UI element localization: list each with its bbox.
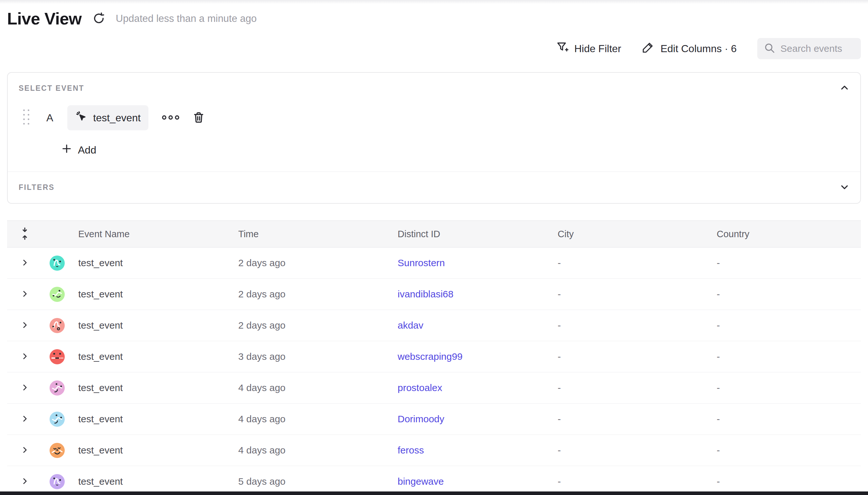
- row-country: -: [710, 382, 861, 393]
- add-event-button[interactable]: Add: [61, 143, 96, 157]
- row-city: -: [551, 476, 710, 487]
- search-input[interactable]: [780, 43, 854, 54]
- expand-row-button[interactable]: [21, 258, 29, 268]
- row-time: 2 days ago: [232, 289, 391, 300]
- chevron-right-icon: [21, 383, 29, 393]
- chevron-up-icon: [839, 82, 850, 94]
- row-time: 4 days ago: [232, 445, 391, 456]
- bottom-edge-bar: [0, 492, 868, 495]
- row-distinct-id-link[interactable]: bingewave: [397, 476, 444, 487]
- hide-filter-button[interactable]: Hide Filter: [556, 41, 622, 56]
- chevron-right-icon: [21, 446, 29, 455]
- drag-handle[interactable]: [23, 109, 31, 126]
- avatar: [50, 380, 65, 395]
- row-country: -: [710, 476, 861, 487]
- trash-icon: [192, 111, 205, 125]
- filters-section[interactable]: FILTERS: [8, 172, 860, 203]
- pencil-icon: [642, 41, 654, 56]
- event-chip-label: test_event: [93, 112, 141, 124]
- row-country: -: [710, 257, 861, 269]
- row-city: -: [551, 289, 710, 300]
- chevron-right-icon: [21, 414, 29, 424]
- refresh-icon: [92, 12, 106, 26]
- row-event-name: test_event: [71, 476, 232, 487]
- query-builder-panel: SELECT EVENT A: [7, 72, 861, 204]
- row-distinct-id-link[interactable]: ivandiblasi68: [397, 289, 453, 299]
- event-clause-letter: A: [46, 112, 53, 124]
- row-city: -: [551, 320, 710, 331]
- delete-event-button[interactable]: [192, 111, 205, 125]
- filters-label: FILTERS: [19, 183, 55, 192]
- row-country: -: [710, 445, 861, 456]
- event-clause-row: A test_event: [19, 105, 850, 130]
- row-event-name: test_event: [71, 257, 232, 269]
- row-distinct-id-link[interactable]: feross: [397, 445, 424, 456]
- expand-row-button[interactable]: [21, 446, 29, 455]
- row-time: 4 days ago: [232, 413, 391, 425]
- row-city: -: [551, 257, 710, 269]
- avatar: [50, 256, 65, 271]
- row-event-name: test_event: [71, 445, 232, 456]
- avatar: [50, 443, 65, 458]
- table-row[interactable]: test_event 5 days ago bingewave - -: [7, 466, 861, 495]
- row-country: -: [710, 413, 861, 425]
- chevron-right-icon: [21, 352, 29, 361]
- chevron-down-icon: [839, 182, 850, 193]
- plus-icon: [61, 143, 72, 157]
- row-city: -: [551, 351, 710, 362]
- page-header: Live View Updated less than a minute ago: [7, 0, 861, 28]
- row-time: 3 days ago: [232, 351, 391, 362]
- expand-row-button[interactable]: [21, 477, 29, 486]
- event-select-chip[interactable]: test_event: [67, 105, 149, 130]
- row-distinct-id-link[interactable]: Dorimoody: [397, 413, 444, 424]
- search-box: [757, 38, 861, 59]
- updated-status: Updated less than a minute ago: [116, 13, 257, 24]
- select-event-section: SELECT EVENT A: [8, 73, 860, 172]
- row-time: 2 days ago: [232, 257, 391, 269]
- avatar: [50, 474, 65, 489]
- expand-row-button[interactable]: [21, 352, 29, 361]
- column-header-distinct-id: Distinct ID: [391, 229, 551, 239]
- table-row[interactable]: test_event 3 days ago webscraping99 - -: [7, 341, 861, 372]
- select-event-label: SELECT EVENT: [19, 84, 84, 93]
- expand-row-button[interactable]: [21, 383, 29, 393]
- ellipsis-icon: [161, 114, 180, 122]
- live-view-page: Live View Updated less than a minute ago…: [0, 0, 868, 495]
- expand-row-button[interactable]: [21, 414, 29, 424]
- row-country: -: [710, 289, 861, 300]
- row-distinct-id-link[interactable]: webscraping99: [397, 351, 463, 362]
- events-table: Event Name Time Distinct ID City Country…: [7, 220, 861, 495]
- table-body: test_event 2 days ago Sunrostern - - tes…: [7, 248, 861, 495]
- row-distinct-id-link[interactable]: akdav: [397, 320, 423, 330]
- avatar: [50, 412, 65, 427]
- table-row[interactable]: test_event 2 days ago Sunrostern - -: [7, 248, 861, 279]
- chevron-right-icon: [21, 258, 29, 268]
- table-row[interactable]: test_event 4 days ago prostoalex - -: [7, 372, 861, 404]
- table-row[interactable]: test_event 2 days ago ivandiblasi68 - -: [7, 279, 861, 310]
- expand-row-button[interactable]: [21, 321, 29, 330]
- table-row[interactable]: test_event 4 days ago feross - -: [7, 435, 861, 466]
- expand-row-button[interactable]: [21, 290, 29, 299]
- row-event-name: test_event: [71, 320, 232, 331]
- expand-filters-button[interactable]: [839, 182, 850, 193]
- column-header-event-name: Event Name: [71, 229, 232, 239]
- chevron-right-icon: [21, 290, 29, 299]
- table-row[interactable]: test_event 4 days ago Dorimoody - -: [7, 404, 861, 435]
- table-row[interactable]: test_event 2 days ago akdav - -: [7, 310, 861, 341]
- row-event-name: test_event: [71, 351, 232, 362]
- search-icon: [764, 42, 775, 55]
- collapse-all-rows-button[interactable]: [19, 226, 31, 242]
- collapse-vertical-icon: [19, 226, 31, 242]
- table-header-row: Event Name Time Distinct ID City Country: [7, 220, 861, 248]
- edit-columns-button[interactable]: Edit Columns · 6: [642, 41, 737, 56]
- row-distinct-id-link[interactable]: prostoalex: [397, 382, 442, 393]
- row-event-name: test_event: [71, 382, 232, 393]
- collapse-select-event-button[interactable]: [839, 82, 850, 94]
- refresh-button[interactable]: [92, 12, 106, 26]
- event-options-button[interactable]: [161, 114, 180, 122]
- row-city: -: [551, 382, 710, 393]
- avatar: [50, 287, 65, 302]
- filter-plus-icon: [556, 41, 568, 56]
- row-time: 5 days ago: [232, 476, 391, 487]
- row-distinct-id-link[interactable]: Sunrostern: [397, 257, 445, 268]
